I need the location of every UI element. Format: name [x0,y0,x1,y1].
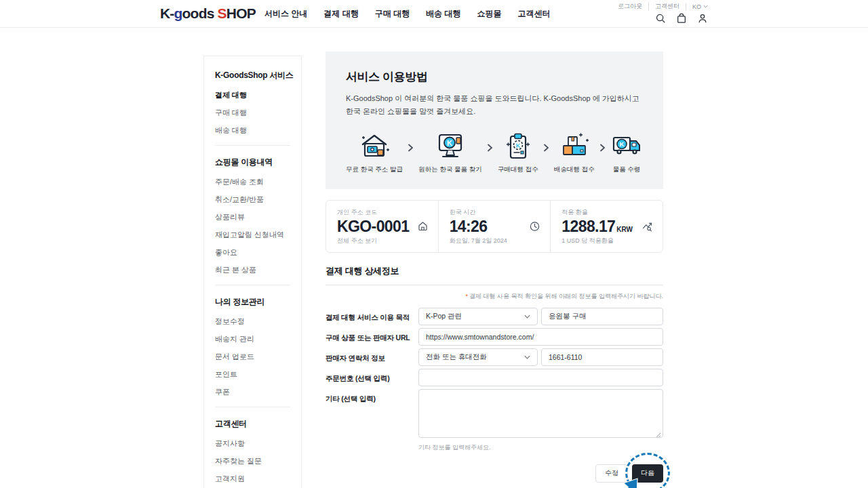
sidebar-section-title-my-info: 나의 정보관리 [215,296,290,308]
divider [215,285,290,285]
main-content: 서비스 이용방법 K-GoodsShop 이 여러분의 한국 물품 쇼핑을 도와… [326,52,663,483]
chevron-right-icon [543,144,549,152]
sidebar-item-likes[interactable]: 좋아요 [215,247,290,258]
hero-title: 서비스 이용방법 [346,69,643,85]
sidebar-item-recently-viewed[interactable]: 최근 본 상품 [215,265,290,275]
required-asterisk: * [465,293,468,300]
purpose-select-value: K-Pop 관련 [426,312,462,321]
svg-text:K: K [620,140,625,148]
nav-shopping-mall[interactable]: 쇼핑몰 [477,8,501,20]
step-find-goods: K 원하는 한국 물품 찾기 [418,132,481,174]
address-code-value: KGO-0001 [337,218,427,235]
logout-link[interactable]: 로그아웃 [618,2,642,11]
order-no-label: 주문번호 (선택 입력) [326,369,418,386]
language-selector[interactable]: KO [686,3,708,10]
form-title: 결제 대행 상세정보 [326,265,663,277]
svg-text:K: K [447,138,452,146]
info-cards: 개인 주소 코드 KGO-0001 전체 주소 보기 한국 시간 14:26 화… [326,200,663,253]
search-icon[interactable] [655,13,666,24]
logo-text: oods [182,5,214,21]
sidebar-item-document-upload[interactable]: 문서 업로드 [215,352,290,362]
card-label: 적용 환율 [561,208,652,217]
logo-text: HOP [226,5,256,21]
chevron-right-icon [599,144,606,152]
sidebar-item-payment-agency[interactable]: 결제 대행 [215,90,290,100]
step-shipping-agency-request: 배송대행 접수 [554,132,595,174]
korea-date-value: 화요일, 7월 2일 2024 [450,237,540,245]
logo-text: K- [160,5,174,21]
logo[interactable]: K-goods SHOP [160,5,256,22]
seller-url-input[interactable] [418,328,663,346]
required-note-text: 결제 대행 사용 목적 확인을 위해 아래의 정보를 입력해주시기 바랍니다. [469,293,663,300]
top-header: K-goods SHOP 서비스 안내 결제 대행 구매 대행 배송 대행 쇼핑… [0,0,868,28]
clipboard-icon: K [502,132,534,161]
resize-handle-icon[interactable] [656,432,661,438]
form-row-url: 구매 상품 또는 판매자 URL [326,328,663,346]
sidebar-item-support[interactable]: 고객지원 [215,474,290,484]
clock-icon [529,220,540,232]
monitor-icon: K [434,132,467,161]
form-row-etc: 기타 (선택 입력) [326,389,663,441]
contact-type-select[interactable]: 전화 또는 휴대전화 [418,348,538,366]
edit-button[interactable]: 수정 [595,464,628,483]
sidebar-item-purchase-agency[interactable]: 구매 대행 [215,108,290,118]
nav-customer-center[interactable]: 고객센터 [517,8,550,20]
header-utility-area: 로그아웃 고객센터 KO [618,2,708,24]
sidebar-item-faq[interactable]: 자주찾는 질문 [215,456,290,466]
etc-textarea[interactable] [418,389,663,438]
step-purchase-agency-request: K 구매대행 접수 [498,132,538,174]
sidebar-item-address-management[interactable]: 배송지 관리 [215,334,290,344]
rate-basis: 1 USD 당 적용환율 [561,237,652,245]
svg-text:K: K [516,142,521,148]
purpose-label: 결제 대행 서비스 이용 목적 [326,308,418,325]
next-button[interactable]: 다음 [632,464,663,483]
exchange-trend-icon [642,220,653,232]
card-label: 한국 시간 [450,208,540,217]
contact-type-value: 전화 또는 휴대전화 [426,352,487,362]
truck-icon: K [610,132,643,161]
sidebar-item-shipping-agency[interactable]: 배송 대행 [215,125,290,136]
nav-payment-agency[interactable]: 결제 대행 [323,8,358,20]
sidebar-item-cancel-exchange-return[interactable]: 취소/교환/반품 [215,195,290,205]
etc-hint: 기타 정보를 입력해주세요. [418,443,663,452]
nav-purchase-agency[interactable]: 구매 대행 [375,8,410,20]
customer-center-label: 고객센터 [655,2,679,11]
logo-text: g [174,5,182,21]
purpose-detail-input[interactable] [541,308,663,325]
contact-label: 판매자 연락처 정보 [326,348,418,366]
sidebar-item-coupons[interactable]: 쿠폰 [215,387,290,397]
customer-center-link[interactable]: 고객센터 [648,2,679,11]
shopping-bag-icon[interactable] [676,13,687,24]
home-outline-icon [417,220,429,232]
sidebar-item-notices[interactable]: 공지사항 [215,439,290,449]
hero-description: K-GoodsShop 이 여러분의 한국 물품 쇼핑을 도와드립니다. K-G… [346,92,643,119]
view-full-address-link[interactable]: 전체 주소 보기 [337,237,427,245]
form-row-contact: 판매자 연락처 정보 전화 또는 휴대전화 [326,348,663,366]
contact-number-input[interactable] [541,348,663,366]
main-nav: 서비스 안내 결제 대행 구매 대행 배송 대행 쇼핑몰 고객센터 [264,0,550,28]
required-note: *결제 대행 사용 목적 확인을 위해 아래의 정보를 입력해주시기 바랍니다. [326,292,663,301]
sidebar-item-restock-alerts[interactable]: 재입고알림 신청내역 [215,230,290,240]
sidebar-section-title-mall-history: 쇼핑몰 이용내역 [215,157,290,168]
divider [326,285,663,285]
step-label: 배송대행 접수 [554,165,595,174]
purpose-select[interactable]: K-Pop 관련 [418,308,538,325]
nav-shipping-agency[interactable]: 배송 대행 [426,8,460,20]
chevron-down-icon [703,5,708,8]
sidebar-item-points[interactable]: 포인트 [215,369,290,380]
boxes-icon [558,132,591,161]
nav-service-guide[interactable]: 서비스 안내 [264,8,307,20]
exchange-rate-card: 적용 환율 1288.17KRW 1 USD 당 적용환율 [550,201,663,252]
step-receive-goods: K 물품 수령 [610,132,643,174]
sidebar-item-product-reviews[interactable]: 상품리뷰 [215,212,290,222]
card-label: 개인 주소 코드 [337,208,427,217]
chevron-down-icon [524,314,530,319]
order-no-input[interactable] [418,369,663,386]
sidebar-item-edit-info[interactable]: 정보수정 [215,317,290,327]
sidebar: K-GoodsShop 서비스 결제 대행 구매 대행 배송 대행 쇼핑몰 이용… [203,56,302,488]
sidebar-item-order-tracking[interactable]: 주문/배송 조회 [215,177,290,187]
user-icon[interactable] [697,13,708,24]
step-label: 구매대행 접수 [498,165,538,174]
personal-address-card: 개인 주소 코드 KGO-0001 전체 주소 보기 [326,201,438,252]
step-label: 무료 한국 주소 발급 [346,165,403,174]
